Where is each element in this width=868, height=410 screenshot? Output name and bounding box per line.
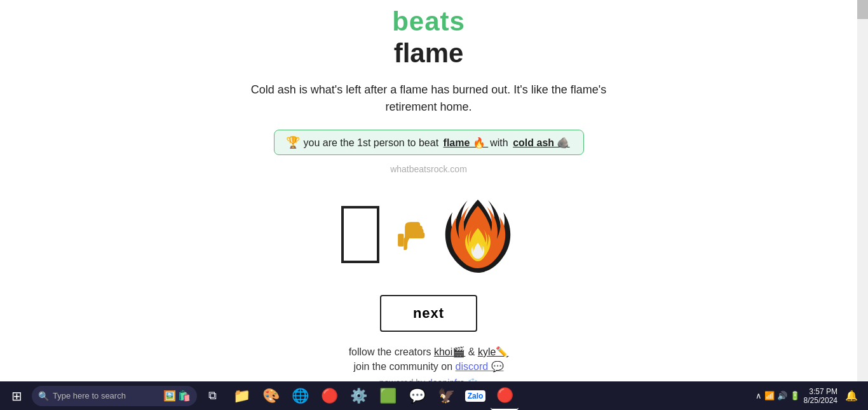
windows-icon: ⊞ xyxy=(11,388,22,404)
taskbar: ⊞ 🔍 Type here to search 🖼️ 🛍️ ⧉ 📁 🎨 🌐 🔴 … xyxy=(0,381,868,410)
start-button[interactable]: ⊞ xyxy=(3,382,31,410)
next-button[interactable]: next xyxy=(380,295,477,332)
follow-line: follow the creators khoi🎬 & kyle✏️ xyxy=(349,346,509,358)
scrollbar[interactable] xyxy=(857,0,868,381)
zalo-icon: Zalo xyxy=(465,390,486,402)
taskbar-app-explorer[interactable]: 📁 xyxy=(227,382,255,410)
taskbar-app-chrome[interactable]: 🔴 xyxy=(491,382,519,410)
search-icon: 🔍 xyxy=(38,391,49,401)
ash-link[interactable]: cold ash 🪨 xyxy=(513,137,569,148)
battle-area xyxy=(341,193,516,276)
clock-time: 3:57 PM xyxy=(804,387,837,396)
taskbar-app-teams[interactable]: 💬 xyxy=(403,382,431,410)
taskbar-app-red1[interactable]: 🔴 xyxy=(315,382,343,410)
achievement-text: you are the 1st person to beat flame 🔥 w… xyxy=(304,137,572,149)
notification-button[interactable]: 🔔 xyxy=(841,382,862,410)
kyle-link[interactable]: kyle✏️ xyxy=(478,346,508,357)
flame-icon xyxy=(440,193,516,276)
scrollbar-thumb[interactable] xyxy=(857,0,868,19)
search-placeholder-text: Type here to search xyxy=(53,391,126,400)
task-view-button[interactable]: ⧉ xyxy=(198,382,226,410)
cold-ash-icon xyxy=(341,206,379,263)
main-content: beats flame Cold ash is what's left afte… xyxy=(0,0,857,381)
search-bag-icon: 🛍️ xyxy=(178,390,191,402)
taskbar-app-edge[interactable]: 🌐 xyxy=(286,382,314,410)
svg-rect-0 xyxy=(398,233,403,246)
battery-icon: 🔋 xyxy=(790,391,800,400)
search-right-icons: 🖼️ 🛍️ xyxy=(163,390,191,402)
chevron-up-icon[interactable]: ∧ xyxy=(756,391,762,400)
red1-icon: 🔴 xyxy=(321,388,338,404)
taskbar-app-paint[interactable]: 🎨 xyxy=(257,382,285,410)
explorer-icon: 📁 xyxy=(233,388,250,404)
teams-icon: 💬 xyxy=(409,388,426,404)
flame-link[interactable]: flame 🔥 xyxy=(444,137,489,148)
discord-link[interactable]: discord 💬 xyxy=(456,361,504,372)
follow-links: follow the creators khoi🎬 & kyle✏️ join … xyxy=(349,346,509,372)
clock[interactable]: 3:57 PM 8/25/2024 xyxy=(804,387,837,405)
thumbs-down-icon xyxy=(392,217,427,252)
search-img-icon: 🖼️ xyxy=(163,390,176,402)
bird-icon: 🦅 xyxy=(438,388,455,404)
taskbar-app-zalo[interactable]: Zalo xyxy=(461,382,489,410)
system-tray: ∧ 📶 🔊 🔋 xyxy=(756,391,800,400)
notification-icon: 🔔 xyxy=(845,390,858,402)
description-text: Cold ash is what's left after a flame ha… xyxy=(238,81,620,116)
edge-icon: 🌐 xyxy=(292,388,309,404)
network-icon: 📶 xyxy=(764,391,775,400)
khoi-link[interactable]: khoi🎬 xyxy=(434,346,465,357)
achievement-badge: 🏆 you are the 1st person to beat flame 🔥… xyxy=(274,130,584,155)
join-line: join the community on discord 💬 xyxy=(349,360,509,372)
clock-date: 8/25/2024 xyxy=(804,396,837,405)
trophy-emoji: 🏆 xyxy=(286,135,300,149)
flame-title: flame xyxy=(394,38,464,69)
beats-title: beats xyxy=(392,6,465,37)
xbox-icon: 🟩 xyxy=(379,388,397,404)
paint-icon: 🎨 xyxy=(262,388,280,404)
task-view-icon: ⧉ xyxy=(208,389,217,402)
taskbar-right: ∧ 📶 🔊 🔋 3:57 PM 8/25/2024 🔔 xyxy=(756,382,865,410)
taskbar-app-bird[interactable]: 🦅 xyxy=(432,382,460,410)
volume-icon: 🔊 xyxy=(777,391,787,400)
settings-icon: ⚙️ xyxy=(350,388,367,404)
taskbar-app-settings[interactable]: ⚙️ xyxy=(344,382,372,410)
taskbar-search[interactable]: 🔍 Type here to search 🖼️ 🛍️ xyxy=(32,386,197,406)
taskbar-app-xbox[interactable]: 🟩 xyxy=(374,382,402,410)
site-url: whatbeatsrock.com xyxy=(390,164,467,174)
chrome-icon: 🔴 xyxy=(496,387,513,404)
